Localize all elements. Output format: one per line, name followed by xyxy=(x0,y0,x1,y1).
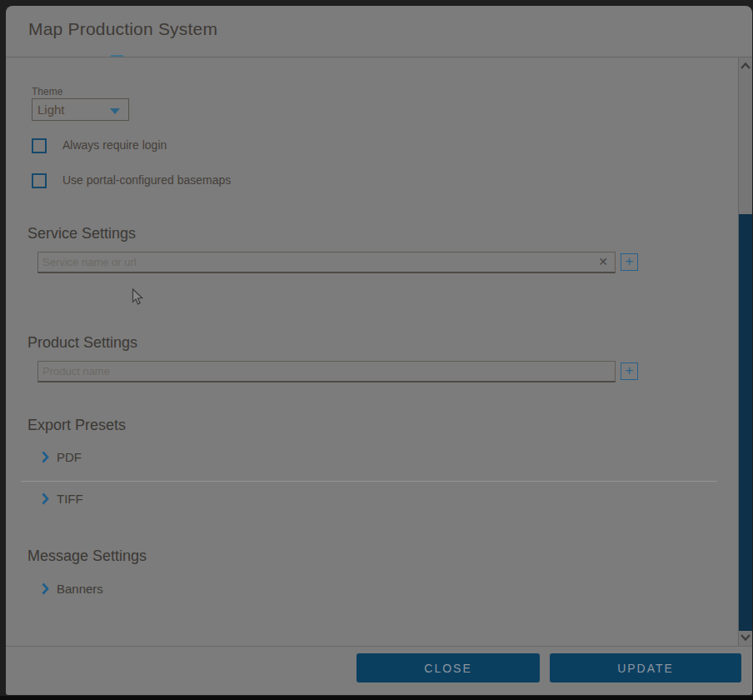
product-name-input[interactable] xyxy=(38,362,615,381)
preset-divider xyxy=(21,481,717,482)
theme-select[interactable]: Light xyxy=(32,98,129,121)
window-bottom-edge xyxy=(0,696,753,700)
header-divider xyxy=(6,57,752,58)
theme-label: Theme xyxy=(32,86,62,98)
add-service-button[interactable]: + xyxy=(621,253,638,271)
pdf-preset-expander[interactable]: PDF xyxy=(42,450,82,464)
dialog-title: Map Production System xyxy=(28,19,217,39)
scroll-up-icon[interactable] xyxy=(740,62,751,70)
product-input-wrap xyxy=(37,361,616,382)
portal-basemaps-label: Use portal-configured basemaps xyxy=(62,173,231,187)
product-settings-heading: Product Settings xyxy=(27,334,137,352)
scrollbar-thumb[interactable] xyxy=(739,214,752,631)
close-button[interactable]: CLOSE xyxy=(357,653,540,682)
add-product-button[interactable]: + xyxy=(621,362,638,380)
banners-expander[interactable]: Banners xyxy=(42,582,103,596)
theme-selected-value: Light xyxy=(37,102,65,117)
chevron-right-icon xyxy=(42,492,49,505)
footer-divider xyxy=(6,646,752,647)
portal-basemaps-checkbox[interactable] xyxy=(32,173,47,188)
banners-label: Banners xyxy=(57,582,103,596)
service-input-wrap: ✕ xyxy=(37,252,616,273)
settings-dialog: Map Production System Theme Light Always… xyxy=(6,6,752,695)
tiff-preset-label: TIFF xyxy=(57,492,83,506)
pdf-preset-label: PDF xyxy=(57,450,82,464)
service-settings-heading: Service Settings xyxy=(27,225,136,242)
chevron-right-icon xyxy=(42,582,49,595)
clear-icon[interactable]: ✕ xyxy=(598,255,608,268)
screen: Map Production System Theme Light Always… xyxy=(0,0,753,700)
scroll-down-icon[interactable] xyxy=(740,633,751,642)
mouse-cursor-icon xyxy=(132,288,144,306)
chevron-down-icon xyxy=(110,108,120,114)
export-presets-heading: Export Presets xyxy=(27,417,126,434)
always-require-login-checkbox[interactable] xyxy=(32,138,47,153)
service-name-input[interactable] xyxy=(38,252,615,272)
update-button[interactable]: UPDATE xyxy=(550,653,741,682)
message-settings-heading: Message Settings xyxy=(27,548,147,565)
chevron-right-icon xyxy=(42,451,49,463)
always-require-login-label: Always require login xyxy=(62,138,167,152)
tiff-preset-expander[interactable]: TIFF xyxy=(42,492,83,506)
